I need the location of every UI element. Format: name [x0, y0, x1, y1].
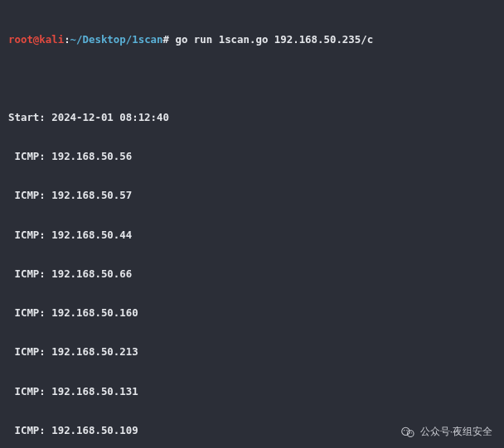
prompt-path: ~/Desktop/1scan	[70, 33, 163, 46]
output-line: ICMP: 192.168.50.160	[8, 306, 496, 320]
svg-point-3	[406, 430, 407, 431]
output-line: ICMP: 192.168.50.213	[8, 345, 496, 359]
output-line: ICMP: 192.168.50.57	[8, 189, 496, 202]
output-line: Start: 2024-12-01 08:12:40	[8, 111, 496, 124]
svg-point-5	[411, 432, 412, 433]
output-line: ICMP: 192.168.50.66	[8, 267, 496, 281]
prompt-colon: :	[64, 33, 70, 46]
watermark: 公众号·夜组安全	[400, 425, 492, 440]
prompt-user: root@kali	[8, 33, 64, 46]
svg-point-2	[404, 430, 405, 431]
svg-point-4	[409, 432, 410, 433]
wechat-icon	[400, 425, 415, 440]
terminal-output: root@kali:~/Desktop/1scan# go run 1scan.…	[0, 0, 504, 448]
watermark-text: 公众号·夜组安全	[420, 426, 492, 438]
command-text: go run 1scan.go 192.168.50.235/c	[175, 33, 373, 46]
prompt-hash: #	[163, 33, 169, 46]
blank-line	[8, 72, 496, 85]
output-line: ICMP: 192.168.50.44	[8, 229, 496, 242]
output-line: ICMP: 192.168.50.131	[8, 385, 496, 398]
prompt-line: root@kali:~/Desktop/1scan# go run 1scan.…	[8, 33, 496, 46]
output-line: ICMP: 192.168.50.56	[8, 150, 496, 163]
